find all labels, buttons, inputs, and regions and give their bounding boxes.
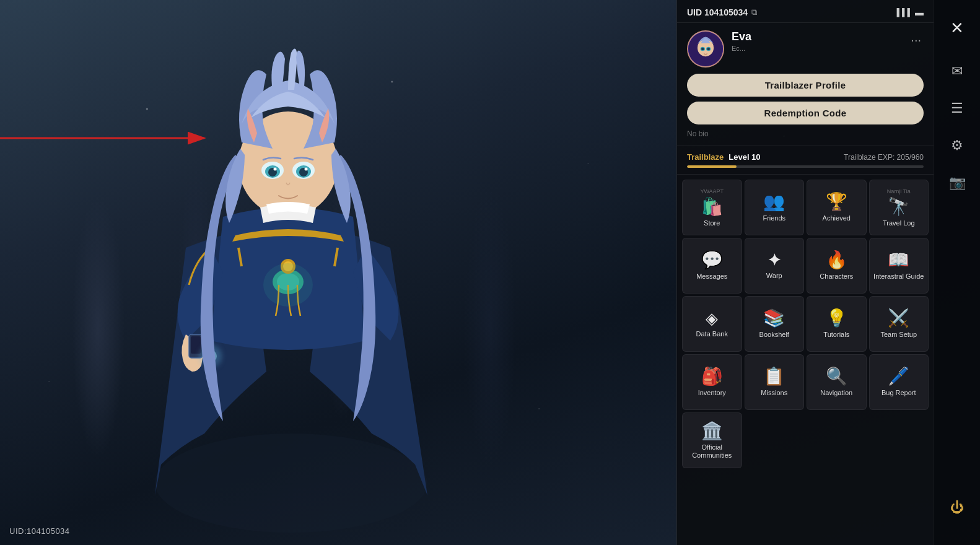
copy-icon[interactable]: ⧉	[751, 7, 757, 17]
exp-bar-fill	[687, 165, 737, 168]
navigation-icon: 🔍	[826, 368, 847, 385]
top-bar: UID 104105034 ⧉ ▐▐▐ ▬	[677, 0, 934, 23]
svg-rect-6	[191, 336, 201, 354]
profile-info: Eva Ec...	[732, 30, 901, 52]
bug-report-label: Bug Report	[882, 389, 916, 397]
right-panel: UID 104105034 ⧉ ▐▐▐ ▬	[676, 0, 934, 545]
exp-bar-container	[687, 165, 924, 168]
svg-point-26	[701, 48, 704, 51]
menu-item-interastral-guide[interactable]: 📖 Interastral Guide	[869, 238, 929, 294]
menu-item-characters[interactable]: 🔥 Characters	[807, 238, 867, 294]
bug-report-icon: 🖊️	[888, 368, 909, 385]
store-sublabel: YWAAPT	[700, 188, 724, 194]
uid-area: UID 104105034 ⧉	[687, 7, 757, 17]
menu-item-achieved[interactable]: 🏆 Achieved	[807, 180, 867, 235]
characters-label: Characters	[820, 272, 853, 281]
menu-item-tutorials[interactable]: 💡 Tutorials	[807, 296, 867, 352]
menu-item-bug-report[interactable]: 🖊️ Bug Report	[869, 354, 929, 410]
official-communities-label: Official Communities	[686, 443, 738, 460]
username: Eva	[732, 30, 901, 43]
close-button[interactable]: ✕	[938, 9, 976, 46]
menu-item-friends[interactable]: 👥 Friends	[745, 180, 805, 235]
redemption-code-button[interactable]: Redemption Code	[687, 102, 924, 124]
menu-item-official-communities[interactable]: 🏛️ Official Communities	[682, 412, 742, 468]
menu-item-warp[interactable]: ✦ Warp	[745, 238, 805, 294]
menu-list-button[interactable]: ☰	[938, 90, 976, 127]
power-button[interactable]: ⏻	[938, 489, 976, 526]
avatar-inner	[688, 32, 723, 66]
user-subtitle: Ec...	[732, 45, 901, 52]
mail-button[interactable]: ✉	[938, 53, 976, 90]
missions-label: Missions	[761, 389, 787, 397]
achieved-icon: 🏆	[826, 193, 847, 211]
official-communities-icon: 🏛️	[701, 422, 723, 440]
menu-item-missions[interactable]: 📋 Missions	[745, 354, 805, 410]
achieved-label: Achieved	[823, 214, 851, 222]
avatar	[687, 30, 724, 68]
settings-button[interactable]: ⚙	[938, 127, 976, 164]
bookshelf-icon: 📚	[763, 310, 785, 327]
tutorials-icon: 💡	[826, 310, 847, 327]
navigation-label: Navigation	[820, 389, 852, 397]
camera-button[interactable]: 📷	[938, 164, 976, 201]
menu-item-data-bank[interactable]: ◈ Data Bank	[682, 296, 742, 352]
svg-point-0	[155, 434, 427, 533]
inventory-label: Inventory	[698, 389, 726, 397]
inventory-icon: 🎒	[701, 368, 723, 385]
svg-point-19	[263, 263, 313, 307]
menu-item-inventory[interactable]: 🎒 Inventory	[682, 354, 742, 410]
svg-point-27	[707, 48, 710, 51]
svg-point-17	[274, 168, 277, 171]
data-bank-icon: ◈	[706, 310, 718, 326]
messages-label: Messages	[696, 272, 727, 281]
no-bio-text: No bio	[687, 129, 924, 138]
trailblazer-profile-button[interactable]: Trailblazer Profile	[687, 74, 924, 97]
character-illustration	[31, 0, 558, 545]
exp-text: Trailblaze EXP: 205/960	[844, 153, 924, 162]
menu-item-messages[interactable]: 💬 Messages	[682, 238, 742, 294]
menu-grid: YWAAPT 🛍️ Store 👥 Friends 🏆 Achieved Nar…	[677, 175, 934, 545]
store-label: Store	[704, 219, 720, 227]
level-value: Level 10	[728, 152, 760, 162]
bookshelf-label: Bookshelf	[759, 331, 789, 339]
travel-log-label: Travel Log	[883, 219, 915, 227]
team-setup-icon: ⚔️	[888, 310, 909, 327]
team-setup-label: Team Setup	[880, 331, 917, 339]
travel-log-sublabel: Narnji Tia	[887, 188, 911, 194]
battery-icon: ▬	[915, 7, 924, 17]
characters-icon: 🔥	[826, 251, 847, 269]
uid-bottom-label: UID:104105034	[9, 526, 70, 536]
menu-item-bookshelf[interactable]: 📚 Bookshelf	[745, 296, 805, 352]
profile-section: Eva Ec... ... Trailblazer Profile Redemp…	[677, 23, 934, 146]
sidebar-right: ✕ ✉ ☰ ⚙ 📷 ⏻	[934, 0, 980, 545]
warp-label: Warp	[766, 272, 782, 280]
data-bank-label: Data Bank	[696, 330, 728, 338]
menu-item-store[interactable]: YWAAPT 🛍️ Store	[682, 180, 742, 235]
store-icon: 🛍️	[701, 198, 723, 216]
interastral-guide-icon: 📖	[888, 251, 909, 269]
trailblaze-level-label: Trailblaze	[687, 152, 724, 162]
menu-item-travel-log[interactable]: Narnji Tia 🔭 Travel Log	[869, 180, 929, 235]
uid-display: UID 104105034	[687, 7, 748, 17]
level-section: Trailblaze Level 10 Trailblaze EXP: 205/…	[677, 146, 934, 175]
travel-log-icon: 🔭	[888, 198, 909, 216]
friends-icon: 👥	[763, 193, 785, 211]
svg-point-18	[305, 168, 308, 171]
menu-item-navigation[interactable]: 🔍 Navigation	[807, 354, 867, 410]
level-row: Trailblaze Level 10 Trailblaze EXP: 205/…	[687, 152, 924, 162]
interastral-guide-label: Interastral Guide	[873, 272, 924, 281]
missions-icon: 📋	[763, 368, 785, 385]
tutorials-label: Tutorials	[823, 331, 849, 339]
more-options-button[interactable]: ...	[908, 30, 924, 45]
warp-icon: ✦	[768, 252, 781, 268]
menu-item-team-setup[interactable]: ⚔️ Team Setup	[869, 296, 929, 352]
messages-icon: 💬	[701, 251, 723, 269]
friends-label: Friends	[763, 214, 785, 222]
menu-grid-inner: YWAAPT 🛍️ Store 👥 Friends 🏆 Achieved Nar…	[682, 180, 929, 468]
profile-row: Eva Ec... ...	[687, 30, 924, 68]
signal-icon: ▐▐▐	[894, 8, 910, 17]
